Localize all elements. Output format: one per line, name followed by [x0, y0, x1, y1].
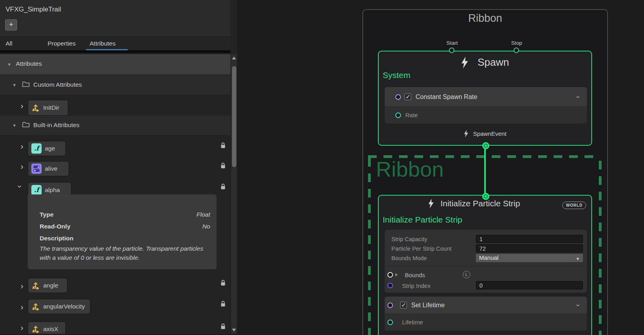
set-lifetime-header[interactable]: Set Lifetime › [385, 297, 587, 314]
lifetime-input-port[interactable] [387, 320, 393, 325]
description-label: Description [40, 235, 73, 242]
set-lifetime-checkbox[interactable] [400, 302, 407, 308]
rate-input-port[interactable] [395, 112, 401, 118]
collapse-chevron-icon[interactable]: › [16, 185, 24, 188]
space-badge[interactable]: WORLD [562, 202, 586, 209]
constant-spawn-rate-label: Constant Spawn Rate [416, 93, 477, 101]
bounds-mode-dropdown[interactable]: Manual [476, 254, 583, 262]
attribute-row-age: › .f age [0, 135, 230, 155]
strip-index-field[interactable] [476, 281, 583, 289]
lock-icon [220, 183, 226, 190]
attribute-pill-angle[interactable]: angle [28, 278, 67, 293]
add-attribute-button[interactable]: + [5, 19, 17, 30]
particle-per-strip-label: Particle Per Strip Count [391, 246, 452, 252]
tree-root-label: Attributes [16, 60, 42, 67]
lifetime-row: Lifetime [385, 314, 587, 330]
tree-root-row[interactable]: ▾ Attributes [0, 54, 230, 74]
attribute-pill-axisx[interactable]: axisX [28, 322, 66, 334]
rate-label: Rate [405, 112, 418, 118]
vector-type-icon [31, 281, 40, 290]
attribute-name: InitDir [43, 104, 59, 111]
float-type-icon: .f [31, 185, 42, 195]
scroll-up-icon[interactable] [232, 57, 236, 59]
tab-attributes[interactable]: Attributes [90, 40, 115, 47]
spawn-node[interactable]: Spawn System Constant Spawn Rate › Rate … [378, 51, 592, 146]
attribute-pill-alive[interactable]: alive [28, 161, 69, 176]
attribute-pill-age[interactable]: .f age [28, 141, 66, 156]
rate-row: Rate [385, 107, 587, 123]
custom-attributes-folder-row[interactable]: ▾ Custom Attributes [0, 75, 230, 95]
constant-spawn-rate-checkbox[interactable] [404, 93, 411, 100]
spawn-context-label: System [383, 70, 410, 80]
vector-type-icon [31, 302, 40, 311]
lock-icon [220, 301, 226, 307]
group-border-left [368, 158, 371, 335]
spawn-output-flow-port[interactable] [482, 142, 489, 149]
attribute-row-initdir: › InitDir [0, 95, 230, 116]
expand-chevron-icon[interactable]: › [21, 324, 23, 331]
lock-icon [220, 162, 226, 169]
attribute-row-axisx: › axisX [0, 316, 230, 334]
stop-flow-port[interactable] [514, 48, 519, 53]
block-input-port[interactable] [395, 94, 401, 100]
strip-index-row: Strip Index [385, 280, 587, 291]
blackboard-panel: VFXG_SimpleTrail + All Properties Attrib… [0, 0, 237, 334]
attribute-name: age [45, 145, 55, 152]
readonly-value: No [202, 223, 210, 230]
bounds-input-port[interactable] [387, 272, 393, 278]
attribute-row-angularvelocity: › angularVelocity [0, 295, 230, 316]
initialize-context-label: Initialize Particle Strip [383, 215, 462, 225]
asset-title: VFXG_SimpleTrail [6, 6, 61, 13]
initialize-node-title: Initialize Particle Strip [441, 199, 520, 208]
lock-icon [220, 280, 226, 286]
scroll-down-icon[interactable] [232, 329, 236, 331]
initialize-particle-strip-node[interactable]: Initialize Particle Strip WORLD Initiali… [378, 195, 592, 335]
flow-edge[interactable] [484, 146, 486, 196]
group-border-right [599, 161, 602, 335]
expand-chevron-icon[interactable]: › [21, 102, 23, 110]
attribute-pill-angularvelocity[interactable]: angularVelocity [28, 299, 90, 314]
block-collapse-chevron-icon[interactable]: › [575, 96, 582, 98]
expand-chevron-icon[interactable]: › [21, 162, 23, 170]
expand-chevron-icon[interactable]: › [21, 303, 23, 311]
strip-index-input-port[interactable] [387, 283, 393, 288]
constant-spawn-rate-block[interactable]: Constant Spawn Rate › [385, 87, 587, 107]
foldout-triangle-icon[interactable]: ▾ [13, 122, 16, 128]
start-port-label: Start [447, 40, 458, 46]
bounds-mode-label: Bounds Mode [391, 255, 427, 261]
scrollbar-thumb[interactable] [232, 66, 236, 167]
tabbar-divider [0, 50, 230, 53]
builtin-attributes-folder-row[interactable]: ▾ Built-in Attributes [0, 116, 230, 135]
block-collapse-chevron-icon[interactable]: › [575, 304, 582, 306]
strip-capacity-field[interactable] [476, 235, 583, 243]
local-space-badge[interactable]: L [463, 271, 470, 278]
bounds-mode-value: Manual [479, 254, 498, 261]
bounds-expand-icon[interactable] [395, 273, 398, 276]
spawnevent-icon [464, 130, 469, 137]
description-text: The transparency value of the particle. … [40, 244, 209, 262]
custom-attributes-label: Custom Attributes [33, 81, 82, 88]
vector-type-icon [31, 103, 40, 112]
expand-chevron-icon[interactable]: › [21, 142, 23, 150]
initialize-context-icon [428, 199, 434, 208]
attribute-pill-initdir[interactable]: InitDir [28, 100, 68, 116]
attribute-name: alive [45, 165, 58, 172]
attribute-row-alive: › alive [0, 155, 230, 175]
folder-icon [22, 122, 30, 128]
foldout-triangle-icon[interactable]: ▾ [8, 61, 11, 67]
particle-per-strip-field[interactable] [476, 244, 583, 253]
set-lifetime-label: Set Lifetime [411, 302, 445, 309]
expand-chevron-icon[interactable]: › [21, 282, 23, 290]
spawn-node-title: Spawn [477, 56, 509, 69]
tab-properties[interactable]: Properties [48, 40, 76, 47]
scrollbar[interactable] [231, 54, 237, 334]
group-label[interactable]: Ribbon [376, 157, 444, 181]
tab-all[interactable]: All [6, 40, 12, 47]
initialize-settings-block: Strip Capacity Particle Per Strip Count … [385, 230, 587, 293]
float-type-icon: .f [31, 143, 42, 154]
foldout-triangle-icon[interactable]: ▾ [13, 82, 16, 88]
spawn-context-icon [461, 57, 469, 69]
block-input-port[interactable] [387, 303, 393, 308]
divider [385, 266, 587, 266]
start-flow-port[interactable] [449, 48, 454, 53]
